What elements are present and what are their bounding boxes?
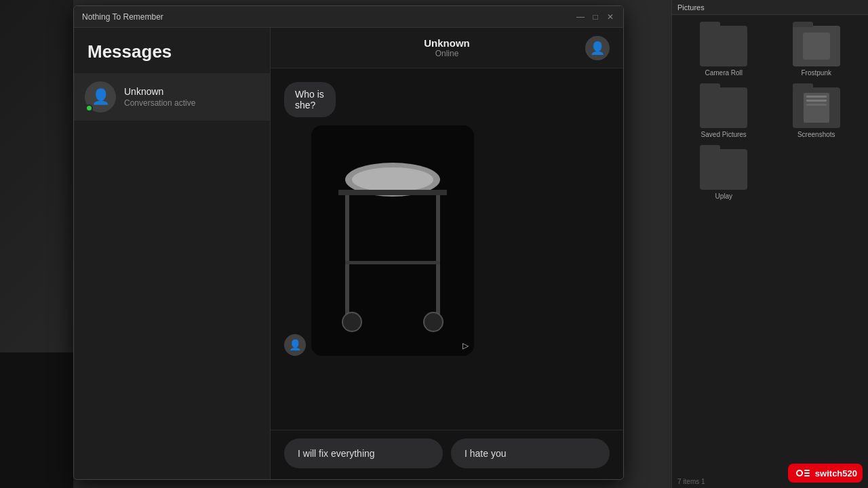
sidebar-header: Messages (74, 28, 270, 73)
folder-grid: Camera Roll Frostpunk Saved Pictures Scr… (672, 15, 868, 211)
desktop-panel: Pictures Camera Roll Frostpunk Saved Pic… (671, 0, 868, 488)
chat-area: Unknown Online 👤 Who is she? (271, 28, 623, 479)
message-image-wrapper: 👤 (284, 125, 610, 356)
folder-camera-roll-icon (700, 26, 747, 66)
conversation-list: 👤 Unknown Conversation active (74, 73, 270, 479)
folder-saved-pictures[interactable]: Saved Pictures (683, 87, 765, 138)
switch-badge-text: switch520 (815, 468, 857, 479)
svg-rect-5 (436, 195, 440, 317)
svg-rect-16 (804, 475, 810, 476)
folder-screenshots-label: Screenshots (797, 131, 835, 138)
svg-point-13 (797, 471, 802, 475)
conversation-status: Conversation active (124, 98, 259, 108)
svg-rect-4 (345, 195, 349, 317)
sender-avatar: 👤 (284, 334, 306, 356)
messages-area: Who is she? 👤 (271, 68, 623, 430)
conversation-name: Unknown (124, 86, 259, 97)
folder-uplay[interactable]: Uplay (683, 149, 765, 200)
conversation-item-unknown[interactable]: 👤 Unknown Conversation active (74, 73, 270, 121)
sender-person-icon: 👤 (289, 339, 302, 351)
svg-rect-8 (345, 261, 440, 264)
sidebar-title: Messages (87, 41, 256, 62)
close-button[interactable]: ✕ (606, 12, 615, 22)
maximize-button[interactable]: □ (591, 12, 600, 22)
folder-camera-roll-label: Camera Roll (705, 69, 743, 77)
message-image-svg (311, 125, 474, 356)
folder-camera-roll[interactable]: Camera Roll (683, 26, 765, 77)
folder-frostpunk-label: Frostpunk (802, 69, 831, 77)
header-person-icon: 👤 (590, 41, 605, 56)
folder-screenshots[interactable]: Screenshots (776, 87, 858, 138)
bottom-bg-overlay (0, 352, 73, 488)
svg-point-2 (352, 167, 433, 192)
message-bubble-received: Who is she? (284, 82, 336, 117)
chat-contact-info: Unknown Online (309, 37, 585, 58)
svg-rect-0 (311, 125, 474, 356)
chat-header: Unknown Online 👤 (271, 28, 623, 68)
svg-rect-14 (804, 470, 810, 471)
switch-logo-icon (793, 466, 812, 480)
svg-rect-3 (338, 190, 447, 195)
reply-hate-you[interactable]: I hate you (451, 439, 610, 468)
message-text: Who is she? (295, 89, 324, 110)
person-icon: 👤 (92, 88, 110, 106)
app-body: Messages 👤 Unknown Conversation active (74, 28, 623, 479)
reply-fix-everything[interactable]: I will fix everything (284, 439, 443, 468)
minimize-button[interactable]: — (576, 12, 585, 22)
folder-saved-pictures-label: Saved Pictures (701, 131, 747, 138)
folder-frostpunk-icon (793, 26, 840, 66)
folder-uplay-icon (700, 149, 747, 190)
chat-header-avatar: 👤 (585, 36, 610, 60)
app-title: Nothing To Remember (82, 12, 163, 22)
panel-footer: 7 items 1 (677, 478, 705, 485)
folder-saved-pictures-icon (700, 87, 747, 128)
conversation-info: Unknown Conversation active (124, 86, 259, 108)
svg-point-6 (342, 312, 361, 331)
sidebar: Messages 👤 Unknown Conversation active (74, 28, 271, 479)
avatar-wrapper: 👤 (85, 81, 116, 113)
reply-options: I will fix everything I hate you (271, 430, 623, 479)
app-window: Nothing To Remember — □ ✕ Messages 👤 (73, 5, 624, 480)
svg-rect-15 (804, 472, 810, 474)
folder-frostpunk[interactable]: Frostpunk (776, 26, 858, 77)
window-controls: — □ ✕ (576, 12, 615, 22)
switch-badge: switch520 (788, 464, 863, 483)
chat-contact-name: Unknown (309, 37, 585, 49)
message-who-is-she: Who is she? (284, 82, 358, 117)
message-image-container[interactable]: ▷ (311, 125, 474, 356)
title-bar: Nothing To Remember — □ ✕ (74, 6, 623, 28)
chat-contact-status: Online (309, 49, 585, 58)
svg-point-7 (424, 312, 443, 331)
panel-header: Pictures (672, 0, 868, 15)
online-indicator (85, 104, 93, 112)
folder-uplay-label: Uplay (715, 192, 732, 200)
panel-title: Pictures (677, 3, 705, 12)
folder-screenshots-icon (793, 87, 840, 128)
play-icon: ▷ (462, 341, 469, 350)
